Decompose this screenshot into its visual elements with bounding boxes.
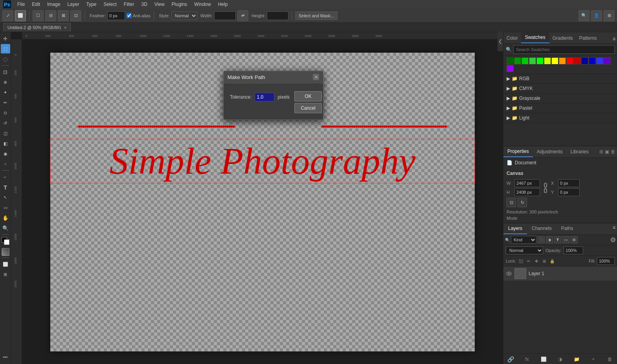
- swatch-group-light-header[interactable]: ▶ 📁 Light: [503, 113, 617, 123]
- swatch-item[interactable]: [581, 57, 588, 64]
- swatch-item[interactable]: [544, 57, 551, 64]
- swatch-item[interactable]: [507, 65, 514, 72]
- zoom-icon[interactable]: 🔍: [1, 223, 10, 233]
- type-tool-icon[interactable]: T: [1, 182, 10, 192]
- swatch-item[interactable]: [596, 57, 603, 64]
- properties-dock-icon[interactable]: ▣: [605, 149, 609, 154]
- swatches-panel-menu[interactable]: ≡: [611, 35, 617, 43]
- filter-adjust-btn[interactable]: ◑: [546, 236, 553, 243]
- tolerance-input[interactable]: [255, 93, 274, 101]
- menu-select[interactable]: Select: [100, 1, 119, 8]
- swatch-group-cmyk-header[interactable]: ▶ 📁 CMYK: [503, 84, 617, 94]
- tab-layers[interactable]: Layers: [503, 223, 527, 234]
- canvas-area[interactable]: 0 200 400 600 800 1000 1200 1400 1600 18…: [11, 32, 503, 364]
- swatch-item[interactable]: [559, 57, 566, 64]
- fill-input[interactable]: [597, 257, 615, 265]
- canvas-viewport[interactable]: Simple Photography Make Work Path ✕: [22, 39, 503, 364]
- menu-file[interactable]: File: [14, 1, 28, 8]
- tab-patterns[interactable]: Patterns: [576, 33, 600, 43]
- workspaces-btn[interactable]: 👤: [591, 10, 602, 21]
- add-folder-icon[interactable]: 📁: [573, 355, 581, 363]
- swap-wh-btn[interactable]: ⇄: [237, 10, 248, 21]
- lock-draw-btn[interactable]: ✏: [525, 258, 532, 264]
- tab-paths[interactable]: Paths: [556, 223, 578, 234]
- style-select[interactable]: Normal: [171, 11, 197, 20]
- menu-view[interactable]: View: [151, 1, 168, 8]
- document-tab[interactable]: Untitled-2 @ 50% (RGB/8#) ×: [3, 23, 71, 31]
- more-tools-icon[interactable]: •••: [1, 352, 10, 363]
- menu-plugins[interactable]: Plugins: [169, 1, 190, 8]
- properties-trash-icon[interactable]: 🗑: [611, 149, 615, 154]
- quick-mask-btn[interactable]: [2, 248, 9, 256]
- properties-new-icon[interactable]: ⊞: [599, 149, 603, 154]
- search-btn[interactable]: 🔍: [578, 10, 589, 21]
- height-input[interactable]: [267, 11, 288, 20]
- lock-position-btn[interactable]: ✥: [533, 258, 540, 264]
- tab-channels[interactable]: Channels: [527, 223, 556, 234]
- lasso-freehand-icon[interactable]: ◌: [1, 54, 10, 64]
- hand-icon[interactable]: ✋: [1, 213, 10, 222]
- menu-type[interactable]: Type: [83, 1, 99, 8]
- filter-smartobj-btn[interactable]: ⊞: [571, 236, 578, 243]
- stamp-icon[interactable]: ⊙: [1, 108, 10, 118]
- layer-eye-1[interactable]: [506, 270, 512, 277]
- menu-window[interactable]: Window: [191, 1, 214, 8]
- tab-color[interactable]: Color: [503, 33, 521, 43]
- swatch-item[interactable]: [604, 57, 611, 64]
- menu-filter[interactable]: Filter: [121, 1, 138, 8]
- swatch-item[interactable]: [589, 57, 596, 64]
- crop-tool-icon[interactable]: ⊡: [1, 67, 10, 77]
- lock-pixels-btn[interactable]: ⬛: [518, 258, 524, 264]
- brush-icon[interactable]: ✏: [1, 98, 10, 107]
- pen-tool-icon[interactable]: ⌐: [1, 172, 10, 182]
- tab-adjustments[interactable]: Adjustments: [533, 147, 567, 157]
- tab-libraries[interactable]: Libraries: [567, 147, 593, 157]
- swatches-search-input[interactable]: [513, 45, 615, 54]
- swatch-item[interactable]: [566, 57, 573, 64]
- width-input[interactable]: [214, 11, 236, 20]
- tab-swatches[interactable]: Swatches: [521, 32, 549, 43]
- add-adjustment-icon[interactable]: ◑: [556, 355, 564, 363]
- crop-canvas-btn[interactable]: ⊡: [507, 198, 516, 207]
- menu-image[interactable]: Image: [44, 1, 63, 8]
- gradient-icon[interactable]: ◧: [1, 139, 10, 148]
- feather-input[interactable]: [107, 11, 125, 20]
- document-tab-close[interactable]: ×: [64, 25, 66, 30]
- shape-icon[interactable]: ▭: [1, 203, 10, 212]
- add-layer-icon[interactable]: +: [589, 355, 597, 363]
- swatch-item[interactable]: [529, 57, 536, 64]
- layers-blendmode-select[interactable]: Normal: [506, 246, 543, 254]
- tab-gradients[interactable]: Gradients: [549, 33, 576, 43]
- delete-layer-icon[interactable]: 🗑: [606, 355, 614, 363]
- swatch-item[interactable]: [522, 57, 529, 64]
- swatch-group-grayscale-header[interactable]: ▶ 📁 Grayscale: [503, 94, 617, 103]
- canvas-y-input[interactable]: [558, 188, 580, 196]
- filter-pixel-btn[interactable]: ⬛: [538, 236, 545, 243]
- fullscreen-icon[interactable]: ⊞: [1, 270, 10, 279]
- swatch-item[interactable]: [536, 57, 544, 64]
- panel-arrange-btn[interactable]: ⊞: [604, 10, 615, 21]
- dialog-cancel-btn[interactable]: Cancel: [294, 103, 322, 113]
- add-btn[interactable]: ☐: [33, 10, 44, 21]
- menu-layer[interactable]: Layer: [64, 1, 82, 8]
- canvas-x-input[interactable]: [558, 179, 580, 187]
- swatch-group-pastel-header[interactable]: ▶ 📁 Pastel: [503, 103, 617, 113]
- menu-help[interactable]: Help: [215, 1, 231, 8]
- lock-all-btn[interactable]: 🔒: [549, 258, 555, 264]
- except-btn[interactable]: ⊡: [70, 10, 81, 21]
- tab-properties[interactable]: Properties: [503, 146, 533, 157]
- marquee-tool-btn[interactable]: ⬜: [15, 10, 26, 21]
- eraser-icon[interactable]: ◫: [1, 129, 10, 138]
- foreground-color[interactable]: [1, 236, 10, 246]
- move-tool-icon[interactable]: ✛: [1, 34, 10, 43]
- filter-shape-btn[interactable]: ▭: [562, 236, 569, 243]
- layer-item-1[interactable]: Layer 1: [503, 267, 617, 281]
- opacity-input[interactable]: [564, 246, 583, 254]
- intersect-btn[interactable]: ⊠: [58, 10, 69, 21]
- filter-type-btn[interactable]: T: [554, 236, 561, 243]
- menu-3d[interactable]: 3D: [138, 1, 150, 8]
- add-fx-icon[interactable]: fx: [523, 355, 531, 363]
- dodge-icon[interactable]: ○: [1, 159, 10, 169]
- anti-alias-checkbox[interactable]: [127, 13, 132, 18]
- move-tool-btn[interactable]: ⤢: [2, 10, 13, 21]
